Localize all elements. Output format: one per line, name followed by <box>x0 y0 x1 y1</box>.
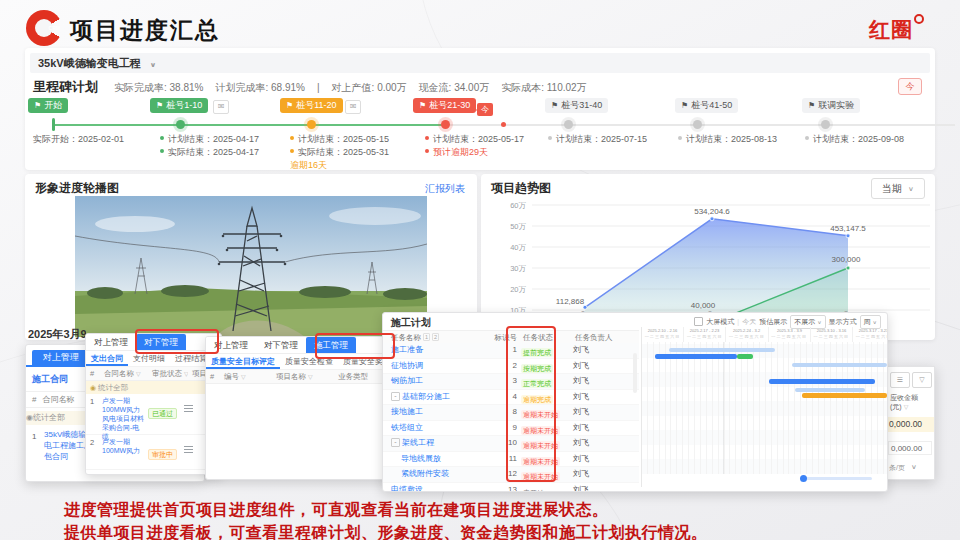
milestone-detail: 计划结束：2025-05-17预计逾期29天 <box>425 133 524 159</box>
task-status-badge: 逾期未开始 <box>521 426 560 435</box>
svg-text:534,204.6: 534,204.6 <box>694 207 730 216</box>
big-screen-checkbox[interactable] <box>694 317 703 326</box>
milestone-header: 里程碑计划 实际完成率: 38.81%计划完成率: 68.91%|对上产值: 0… <box>30 78 930 96</box>
brand-logo: 红圈 <box>869 16 924 44</box>
mail-icon[interactable]: ✉ <box>345 100 361 114</box>
milestone-badge[interactable]: ⚑桩号11-20 <box>280 98 343 113</box>
sort-icon[interactable]: 2 <box>432 333 439 341</box>
table-view-icon[interactable]: ☰ <box>890 372 910 388</box>
milestone-badge[interactable]: ⚑桩号41-50 <box>675 98 738 113</box>
task-name-link: 征地协调 <box>391 361 423 370</box>
date-label: 2025年3月9 <box>28 327 86 342</box>
tab-shangguanli[interactable]: 对上管理 <box>32 350 90 365</box>
subtab-bar: 支出合同支付明细过程结算 <box>86 351 221 367</box>
tab-duishang[interactable]: 对上管理 <box>86 334 136 350</box>
window-construction-plan: 施工计划 大屏模式 | 今天 预估展示 不展示∨ 显示方式 周∨ 任务名称12 … <box>382 312 888 492</box>
tree-toggle-icon[interactable]: - <box>391 392 400 401</box>
stats-icon: ◉ <box>90 384 96 391</box>
task-row[interactable]: 接地施工 8 逾期未开始 刘飞 <box>383 405 639 421</box>
tab-duixia[interactable]: 对下管理 <box>256 337 306 353</box>
filter-icon[interactable]: ▽ <box>241 374 246 380</box>
milestone-node[interactable] <box>441 120 450 129</box>
today-button[interactable]: 今 <box>898 78 922 95</box>
page: CRM 项目进度汇总 红圈 35kV峨德输变电工程 ∨ 里程碑计划 实际完成率:… <box>0 0 960 540</box>
milestone-detail: 计划结束：2025-08-13 <box>678 133 777 146</box>
task-row[interactable]: -架线工程 10 逾期未开始 刘飞 <box>383 436 639 452</box>
filter-icon[interactable]: ▽ <box>904 404 909 410</box>
vertical-scrollbar[interactable] <box>633 353 637 393</box>
summary-row: ◉统计全部 <box>86 381 221 394</box>
bullet-dot <box>678 136 682 140</box>
subtab[interactable]: 质量安全检查 <box>280 356 338 367</box>
carousel-title: 形象进度轮播图 <box>35 180 119 197</box>
task-row[interactable]: 征地协调 2 按期完成 刘飞 <box>383 359 639 375</box>
weekday-labels: 一二三四五六日 <box>853 334 888 340</box>
tab-duishang[interactable]: 对上管理 <box>206 337 256 353</box>
mail-icon[interactable]: ✉ <box>213 100 229 114</box>
milestone-badge-start[interactable]: ⚑开始 <box>28 98 68 113</box>
report-list-link[interactable]: 汇报列表 <box>425 182 465 196</box>
milestone-node[interactable] <box>821 120 830 129</box>
milestone-badge[interactable]: ⚑桩号1-10 <box>150 98 208 113</box>
today-marker-dot <box>501 122 506 127</box>
subtab[interactable]: 支付明细 <box>128 353 170 364</box>
milestone-badge[interactable]: ⚑桩号31-40 <box>545 98 608 113</box>
period-select[interactable]: 当期∨ <box>871 178 925 199</box>
chevron-down-icon: ∨ <box>873 317 877 327</box>
task-rows: 施工准备 1 提前完成 刘飞 征地协调 2 按期完成 刘飞 钢筋加工 3 正常完… <box>383 343 639 492</box>
week-range: 2025.3.17 - 3.23 <box>855 327 888 333</box>
gantt-chart: 2025.2.10 - 2.16一二三四五六日 2025.2.17 - 2.23… <box>641 327 888 487</box>
task-owner: 刘飞 <box>563 452 653 467</box>
task-status-badge: 正常完成 <box>521 379 553 388</box>
tab-shigong[interactable]: 施工管理 <box>306 337 356 353</box>
task-row[interactable]: 导地线展放 11 逾期未开始 刘飞 <box>383 452 639 468</box>
milestone-detail: 实际开始：2025-02-01 <box>33 133 124 146</box>
table-row[interactable]: 1 卢发一期100MW风力风电项目材料采购合同-电缆 已通过 <box>86 394 221 435</box>
milestone-node[interactable] <box>693 120 702 129</box>
project-name: 35kV峨德输变电工程 <box>38 57 141 69</box>
table-row[interactable]: 2 卢发一期100MW风力 审批中 <box>86 435 221 470</box>
task-name-link: 紧线附件安装 <box>401 469 449 478</box>
caption-line-1: 进度管理提供首页项目进度组件，可直观查看当前在建项目进度进展状态。 <box>64 500 609 521</box>
task-status-badge: 逾期未开始 <box>521 457 560 466</box>
project-selector[interactable]: 35kV峨德输变电工程 ∨ <box>30 53 930 73</box>
task-owner: 刘飞 <box>563 436 653 451</box>
tab-duixia[interactable]: 对下管理 <box>136 334 186 350</box>
bullet-dot <box>425 136 429 140</box>
amount-cell: 0,000.00 <box>888 441 932 455</box>
task-row[interactable]: 铁塔组立 9 逾期未开始 刘飞 <box>383 421 639 437</box>
subtab[interactable]: 支出合同 <box>86 351 128 366</box>
pager[interactable]: 条/页∨ <box>889 463 917 473</box>
task-row[interactable]: 电缆敷设 13 未开始 刘飞 <box>383 483 639 493</box>
sort-icon[interactable]: 1 <box>423 333 430 341</box>
task-name-link: 电缆敷设 <box>391 485 423 493</box>
task-row[interactable]: 施工准备 1 提前完成 刘飞 <box>383 343 639 359</box>
milestone-node[interactable] <box>564 120 573 129</box>
horizontal-scrollbar[interactable] <box>802 477 872 480</box>
task-row[interactable]: 钢筋加工 3 正常完成 刘飞 <box>383 374 639 390</box>
flag-icon: ⚑ <box>551 101 558 110</box>
tree-toggle-icon[interactable]: - <box>391 438 400 447</box>
subtab[interactable]: 质量安全目标评定 <box>206 354 280 369</box>
filter-icon[interactable]: ▽ <box>912 372 932 388</box>
task-row[interactable]: -基础部分施工 4 逾期完成 刘飞 <box>383 390 639 406</box>
today-button[interactable]: 今天 <box>742 317 756 327</box>
stat-item: 实际成本: 110.02万 <box>501 82 586 93</box>
milestone-detail: 计划结束：2025-07-15 <box>548 133 647 146</box>
week-range: 2025.2.24 - 3.2 <box>728 327 765 333</box>
milestone-badge[interactable]: ⚑桩号21-30 <box>413 98 476 113</box>
task-row[interactable]: 紧线附件安装 12 逾期未开始 刘飞 <box>383 467 639 483</box>
scrollbar-knob[interactable] <box>800 475 807 482</box>
filter-icon[interactable]: ▽ <box>308 374 313 380</box>
chevron-down-icon: ∨ <box>908 182 914 197</box>
task-owner: 刘飞 <box>563 374 653 389</box>
contract-link[interactable]: 卢发一期100MW风力风电项目材料采购合同-电缆 <box>100 394 148 434</box>
contract-link[interactable]: 卢发一期100MW风力 <box>100 435 148 469</box>
gantt-bar <box>655 354 737 359</box>
svg-text:60万: 60万 <box>510 201 526 210</box>
milestone-badge[interactable]: ⚑联调实验 <box>802 98 860 113</box>
milestone-node[interactable] <box>307 120 316 129</box>
filter-icon[interactable]: ▽ <box>136 371 141 377</box>
construction-contract-link[interactable]: 施工合同 <box>32 373 68 386</box>
milestone-node[interactable] <box>176 120 185 129</box>
